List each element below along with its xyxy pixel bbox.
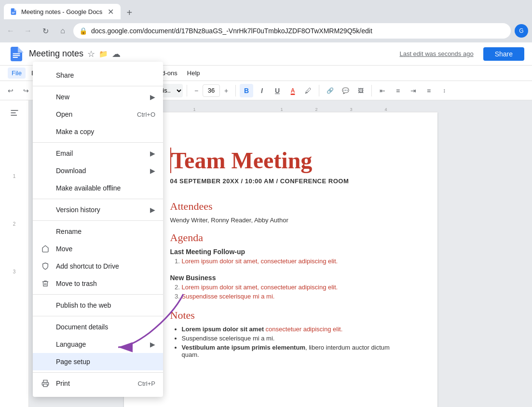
- font-size-decrease-button[interactable]: −: [191, 85, 202, 96]
- notes-item-1-link[interactable]: consectetuer adipiscing elit.: [266, 326, 343, 333]
- file-menu-email[interactable]: Email ▶: [33, 145, 163, 162]
- list-item-link[interactable]: Lorem ipsum dolor sit amet, consectetuer…: [182, 258, 338, 265]
- lock-icon: 🔒: [79, 27, 87, 35]
- email-icon: [41, 149, 50, 158]
- file-menu-version-history[interactable]: Version history ▶: [33, 201, 163, 218]
- font-size-increase-button[interactable]: +: [221, 85, 232, 96]
- align-right-button[interactable]: ⇥: [407, 84, 420, 97]
- file-menu-publish[interactable]: Publish to the web: [33, 297, 163, 314]
- new-business-heading: New Business: [170, 274, 391, 282]
- toolbar-separator-5: [319, 85, 319, 96]
- font-color-button[interactable]: A: [286, 84, 300, 97]
- comment-button[interactable]: 💬: [339, 84, 352, 97]
- outline-toggle-button[interactable]: [6, 104, 23, 122]
- file-menu-new-label: New: [56, 93, 150, 101]
- svg-rect-4: [13, 55, 20, 56]
- list-item: Lorem ipsum dolor sit amet, consectetuer…: [182, 284, 391, 291]
- new-business-item-2-link[interactable]: Suspendisse scelerisque mi a mi.: [182, 293, 275, 300]
- highlight-color-button[interactable]: 🖊: [301, 84, 315, 97]
- new-business-item-1-link[interactable]: Lorem ipsum dolor sit amet, consectetuer…: [182, 284, 338, 291]
- home-button[interactable]: ⌂: [56, 24, 69, 38]
- file-menu-rename-label: Rename: [56, 228, 155, 235]
- language-icon: [41, 339, 50, 349]
- offline-icon: [41, 183, 50, 193]
- svg-rect-0: [12, 12, 15, 13]
- address-bar[interactable]: 🔒 docs.google.com/document/d/17BNz8uaGS_…: [73, 23, 511, 39]
- document-heading: Team Meeting: [170, 147, 391, 174]
- page-setup-icon: [41, 357, 50, 366]
- align-left-button[interactable]: ⇤: [376, 84, 389, 97]
- cloud-icon[interactable]: ☁: [112, 49, 121, 59]
- tab-title: Meeting notes - Google Docs: [21, 8, 102, 15]
- file-menu-open[interactable]: Open Ctrl+O: [33, 106, 163, 123]
- ruler-mark-0: 1: [281, 107, 283, 112]
- file-menu-offline[interactable]: Make available offline: [33, 179, 163, 197]
- back-button[interactable]: ←: [4, 24, 17, 38]
- last-meeting-heading: Last Meeting Follow-up: [170, 248, 391, 256]
- new-icon: [41, 92, 50, 102]
- bold-button[interactable]: B: [240, 84, 253, 97]
- file-menu-print-shortcut: Ctrl+P: [138, 380, 155, 387]
- file-menu-open-label: Open: [56, 110, 137, 118]
- undo-button[interactable]: ↩: [4, 84, 17, 97]
- notes-heading: Notes: [170, 309, 391, 322]
- underline-button[interactable]: U: [271, 84, 284, 97]
- file-menu-move-trash[interactable]: Move to trash: [33, 275, 163, 292]
- redo-button[interactable]: ↪: [19, 84, 33, 97]
- file-menu-doc-details-label: Document details: [56, 323, 155, 331]
- print-icon: [41, 379, 50, 388]
- file-menu-copy[interactable]: Make a copy: [33, 123, 163, 140]
- star-icon[interactable]: ☆: [87, 49, 95, 59]
- file-menu-open-shortcut: Ctrl+O: [137, 111, 155, 118]
- last-meeting-list: Lorem ipsum dolor sit amet, consectetuer…: [182, 258, 391, 265]
- line-spacing-button[interactable]: ↕: [437, 84, 451, 97]
- profile-avatar[interactable]: G: [515, 24, 528, 38]
- last-edit-text[interactable]: Last edit was seconds ago: [399, 50, 473, 57]
- file-menu-add-shortcut[interactable]: Add shortcut to Drive: [33, 258, 163, 275]
- align-center-button[interactable]: ≡: [391, 84, 405, 97]
- italic-button[interactable]: I: [255, 84, 269, 97]
- tab-close-button[interactable]: ✕: [106, 7, 115, 16]
- file-menu-share[interactable]: Share: [33, 67, 163, 84]
- folder-icon[interactable]: 📁: [99, 50, 108, 58]
- notes-item-3-bold: Vestibulum ante ipsum primis elementum: [182, 344, 305, 351]
- ruler-mark-1: 2: [315, 107, 318, 112]
- doc-details-icon: [41, 322, 50, 332]
- align-justify-button[interactable]: ≡: [422, 84, 436, 97]
- new-business-list: Lorem ipsum dolor sit amet, consectetuer…: [182, 284, 391, 300]
- file-menu-print-label: Print: [56, 380, 138, 387]
- svg-rect-1: [12, 13, 15, 13]
- file-menu-email-label: Email: [56, 149, 150, 157]
- menu-help[interactable]: Help: [183, 68, 204, 79]
- refresh-button[interactable]: ↻: [39, 24, 52, 38]
- file-menu-print[interactable]: Print Ctrl+P: [33, 375, 163, 392]
- file-menu-new[interactable]: New ▶: [33, 88, 163, 106]
- file-menu-rename[interactable]: Rename: [33, 223, 163, 240]
- agenda-heading: Agenda: [170, 231, 391, 244]
- image-button[interactable]: 🖼: [354, 84, 368, 97]
- document-subtitle: 04 SEPTEMBER 20XX / 10:00 AM / CONFERENC…: [170, 177, 391, 185]
- menu-file[interactable]: File: [8, 68, 26, 79]
- language-arrow-icon: ▶: [150, 340, 155, 348]
- file-menu-move[interactable]: Move: [33, 240, 163, 258]
- share-button[interactable]: Share: [483, 47, 524, 61]
- list-item: Lorem ipsum dolor sit amet, consectetuer…: [182, 258, 391, 265]
- document-title[interactable]: Meeting notes: [29, 49, 83, 59]
- notes-item-3: Vestibulum ante ipsum primis elementum, …: [182, 344, 391, 358]
- forward-button[interactable]: →: [21, 24, 35, 38]
- notes-item-1-bold: Lorem ipsum dolor sit amet: [182, 326, 264, 333]
- download-icon: [41, 166, 50, 176]
- url-text: docs.google.com/document/d/17BNz8uaGS_-V…: [91, 27, 505, 35]
- new-tab-button[interactable]: +: [123, 6, 136, 19]
- active-tab[interactable]: Meeting notes - Google Docs ✕: [4, 4, 121, 19]
- file-menu-doc-details[interactable]: Document details: [33, 318, 163, 336]
- page-number-2: 2: [11, 219, 18, 229]
- file-menu-page-setup[interactable]: Page setup: [33, 353, 163, 370]
- version-history-icon: [41, 205, 50, 215]
- attendees-content: Wendy Writer, Ronny Reader, Abby Author: [170, 217, 391, 224]
- link-button[interactable]: 🔗: [323, 84, 337, 97]
- file-menu-language[interactable]: Language ▶: [33, 336, 163, 353]
- file-menu-download[interactable]: Download ▶: [33, 162, 163, 179]
- file-dropdown-menu: Share New ▶ Open Ctrl+O Make a copy: [33, 62, 163, 397]
- font-size-input[interactable]: 36: [203, 84, 220, 97]
